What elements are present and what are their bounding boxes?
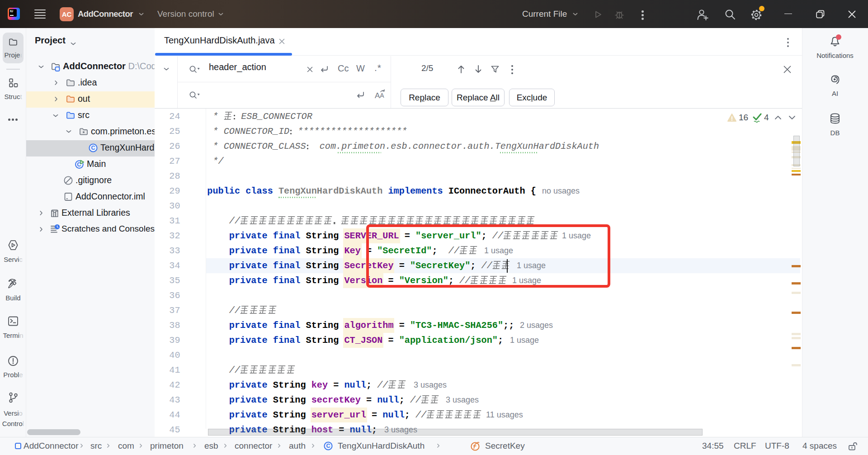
- svg-text:C: C: [91, 145, 95, 151]
- svg-text:C: C: [326, 443, 330, 449]
